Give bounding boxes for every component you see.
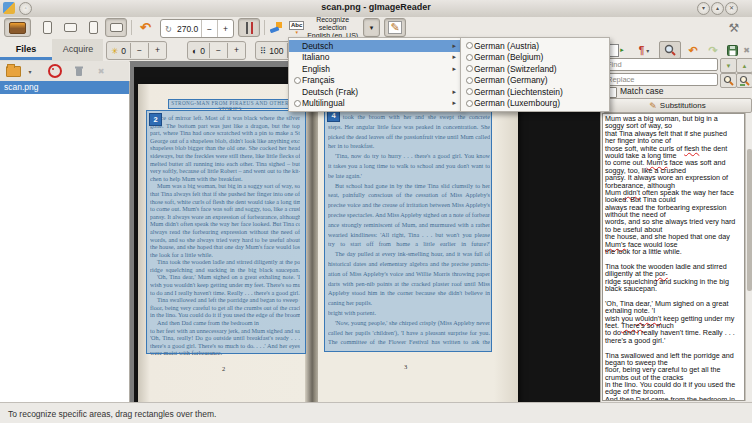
recognize-language-menu: Deutsch▸Italiano▸English▸FrançaisDeutsch… <box>288 37 462 112</box>
match-case-label: Match case <box>620 86 663 96</box>
ocr-region-left-page[interactable]: 2 <box>146 110 306 354</box>
german-dialect-submenu: German (Austria)German (Belgium)German (… <box>460 37 610 112</box>
menu-item-deutsch-frak-[interactable]: Deutsch (Frak)▸ <box>289 86 461 98</box>
landscape-page-icon <box>64 23 77 32</box>
pen-icon: ✎ <box>388 21 401 34</box>
brightness-value[interactable]: 0 <box>121 46 126 56</box>
recognize-button-label: Recognize selectionEnglish (en_US) <box>306 16 359 40</box>
output-scrollbar[interactable] <box>745 113 752 401</box>
rotate-left-button[interactable]: ↶ <box>134 18 157 37</box>
magic-wand-icon <box>270 21 284 35</box>
window-minimize-button[interactable]: ▾ <box>697 2 710 15</box>
recognize-button[interactable]: Abc▾ Recognize selectionEnglish (en_US) <box>286 18 362 37</box>
ocr-region-right-page[interactable]: 4 <box>324 106 492 352</box>
submenu-item-german-belgium-[interactable]: German (Belgium) <box>461 52 609 64</box>
book-spread: STRONG-MAN FROM PIRAEUS AND OTHER STORIE… <box>138 84 518 402</box>
file-list[interactable]: scan.png <box>0 81 130 402</box>
contrast-value[interactable]: 0 <box>200 46 205 56</box>
submenu-item-german-germany-[interactable]: German (Germany) <box>461 75 609 87</box>
submenu-item-german-austria-[interactable]: German (Austria) <box>461 40 609 52</box>
scanner-icon <box>9 22 26 34</box>
rotation-increase-button[interactable]: + <box>217 20 233 37</box>
image-controls-icon <box>244 22 254 34</box>
clear-icon: ✖ <box>743 46 750 55</box>
strip-linebreaks-button[interactable]: ¶ ▾ <box>631 41 657 59</box>
window-title: scan.png - gImageReader <box>0 2 752 12</box>
find-replace-toggle[interactable] <box>659 41 681 59</box>
submenu-item-german-liechtenstein-[interactable]: German (Liechtenstein) <box>461 86 609 98</box>
menu-item-label: Multilingual <box>302 98 345 108</box>
rotate-left-icon: ↶ <box>140 20 151 35</box>
ocr-region-header[interactable] <box>168 99 292 109</box>
submenu-item-german-switzerland-[interactable]: German (Switzerland) <box>461 63 609 75</box>
brightness-control: ✳0 − + <box>106 41 167 60</box>
rotate-mode-all-button[interactable] <box>105 18 127 37</box>
brightness-increase-button[interactable]: + <box>148 43 166 58</box>
submenu-item-german-luxembourg-[interactable]: German (Luxembourg) <box>461 98 609 110</box>
menu-item-english[interactable]: English▸ <box>289 63 461 75</box>
tab-files[interactable]: Files <box>0 39 52 60</box>
recognize-language-dropdown-button[interactable]: ▾ <box>363 18 380 37</box>
submenu-arrow-icon: ▸ <box>444 42 456 50</box>
radio-icon <box>466 54 473 61</box>
add-images-button[interactable] <box>4 63 22 79</box>
add-images-dropdown[interactable]: ▾ <box>24 63 36 79</box>
layout-detection-button[interactable] <box>267 18 287 37</box>
image-canvas[interactable]: STRONG-MAN FROM PIRAEUS AND OTHER STORIE… <box>130 61 600 402</box>
delete-image-button[interactable] <box>70 63 88 79</box>
radio-icon <box>294 100 301 107</box>
contrast-decrease-button[interactable]: − <box>209 43 227 58</box>
substitutions-button[interactable]: ✎ Substitutions <box>603 98 752 113</box>
rotation-spinbox[interactable]: ↻ 270.0 − + <box>160 19 234 38</box>
rotation-decrease-button[interactable]: − <box>201 20 217 37</box>
replace-input[interactable] <box>603 73 718 86</box>
find-next-button[interactable]: ▼ <box>720 58 737 73</box>
redo-button[interactable]: ↷ <box>703 41 723 59</box>
replace-all-button[interactable] <box>736 73 752 88</box>
ocr-output-text[interactable]: Mum was a big woman, but big in asoggy s… <box>602 113 745 401</box>
image-controls-toggle[interactable] <box>238 18 260 37</box>
scrollbar-thumb[interactable] <box>747 149 752 291</box>
rotate-mode-right-button[interactable] <box>82 18 104 37</box>
menu-item-italiano[interactable]: Italiano▸ <box>289 52 461 64</box>
replace-button[interactable] <box>720 73 737 88</box>
resolution-value[interactable]: 100 <box>269 46 283 56</box>
output-text-line: And then Dad came from the bedroom in <box>605 396 742 401</box>
menu-item-fran-ais[interactable]: Français <box>289 75 461 87</box>
menu-item-deutsch[interactable]: Deutsch▸ <box>289 40 461 52</box>
settings-button[interactable]: ⚒ <box>722 18 746 37</box>
undo-button[interactable]: ↶ <box>683 41 703 59</box>
radio-icon <box>466 65 473 72</box>
menu-item-label: Français <box>302 75 335 85</box>
output-pane-toggle[interactable]: ✎ <box>384 18 406 37</box>
find-prev-button[interactable]: ▲ <box>736 58 752 73</box>
contrast-increase-button[interactable]: + <box>227 43 245 58</box>
brightness-decrease-button[interactable]: − <box>130 43 148 58</box>
clear-output-button[interactable]: ✖ <box>739 41 752 59</box>
clear-files-button[interactable]: ✖ <box>92 63 110 79</box>
remove-image-button[interactable] <box>46 63 64 79</box>
paragraph-icon: ¶ <box>639 45 645 56</box>
output-text-line: there's a good girl.' <box>605 337 742 344</box>
ocr-region-number-badge: 2 <box>149 113 162 126</box>
submenu-item-label: German (Luxembourg) <box>474 98 560 108</box>
chevron-down-icon: ▾ <box>646 47 649 54</box>
window-close-button[interactable]: ✕ <box>725 2 738 15</box>
rotate-mode-left-button[interactable] <box>59 18 81 37</box>
find-input[interactable] <box>603 58 718 71</box>
landscape-page-icon <box>110 23 123 32</box>
pen-icon: ✎ <box>649 101 657 111</box>
submenu-item-label: German (Liechtenstein) <box>474 87 563 97</box>
menu-item-label: English <box>302 64 330 74</box>
arrow-down-icon: ▼ <box>726 63 732 69</box>
file-list-item[interactable]: scan.png <box>0 81 129 94</box>
tab-acquire[interactable]: Acquire <box>52 39 104 60</box>
sources-button[interactable] <box>4 18 31 37</box>
rotation-value[interactable]: 270.0 <box>174 24 201 34</box>
rotate-mode-page-button[interactable] <box>36 18 58 37</box>
status-bar: To recognize specific areas, drag rectan… <box>0 402 752 423</box>
menu-item-label: Italiano <box>302 52 329 62</box>
submenu-arrow-icon: ▸ <box>444 88 456 96</box>
window-maximize-button[interactable]: ▴ <box>711 2 724 15</box>
menu-item-multilingual[interactable]: Multilingual▸ <box>289 98 461 110</box>
